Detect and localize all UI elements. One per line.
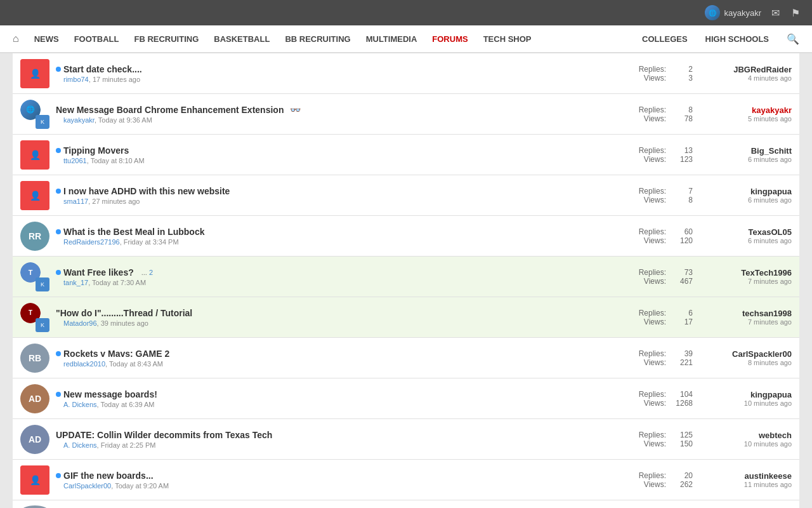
thread-title[interactable]: I now have ADHD with this new website — [63, 186, 230, 196]
thread-meta: A. Dickens, Today at 6:39 AM — [63, 401, 629, 408]
thread-stats: Replies:60 Views:120 — [629, 227, 693, 245]
nav-high-schools[interactable]: HIGH SCHOOLS — [698, 25, 776, 53]
nav-forums[interactable]: FORUMS — [424, 25, 475, 53]
thread-meta: Matador96, 39 minutes ago — [63, 319, 629, 327]
avatar: RR — [20, 222, 49, 251]
thread-meta: redblack2010, Today at 8:43 AM — [63, 360, 629, 368]
user-info: 🌐 kayakyakr — [705, 5, 761, 20]
last-poster[interactable]: TexasOL05 — [703, 227, 792, 237]
thread-meta: A. Dickens, Friday at 2:25 PM — [63, 441, 629, 449]
thread-author[interactable]: sma117 — [63, 197, 88, 205]
thread-title[interactable]: New Message Board Chrome Enhancement Ext… — [56, 105, 284, 115]
thread-stats: Replies:20 Views:262 — [629, 471, 693, 489]
thread-author[interactable]: redblack2010 — [63, 360, 105, 368]
user-avatar-icon: 🌐 — [705, 5, 720, 20]
last-poster[interactable]: austinkeese — [703, 471, 792, 481]
table-row: T K "How do I".........Thread / Tutorial… — [13, 297, 799, 338]
nav-fb-recruiting[interactable]: FB RECRUITING — [126, 25, 206, 53]
thread-last-post: CarlSpackler00 8 minutes ago — [703, 349, 792, 366]
thread-author[interactable]: RedRaiders27196 — [63, 238, 120, 246]
new-indicator — [56, 392, 61, 397]
nav-tech-shop[interactable]: TECH SHOP — [476, 25, 539, 53]
thread-last-post: webtech 10 minutes ago — [703, 431, 792, 448]
last-poster[interactable]: kayakyakr — [703, 105, 792, 115]
last-poster[interactable]: Big_Schitt — [703, 146, 792, 156]
username[interactable]: kayakyakr — [724, 8, 761, 18]
last-poster[interactable]: CarlSpackler00 — [703, 349, 792, 359]
thread-last-post: JBGRedRaider 4 minutes ago — [703, 65, 792, 82]
thread-author[interactable]: A. Dickens — [63, 441, 97, 449]
nav-news[interactable]: NEWS — [27, 25, 67, 53]
nav-bb-recruiting[interactable]: BB RECRUITING — [277, 25, 358, 53]
last-post-time: 6 minutes ago — [703, 156, 792, 163]
table-row: 👤 Start date check.... rimbo74, 17 minut… — [13, 53, 799, 94]
thread-stats: Replies:73 Views:467 — [629, 268, 693, 286]
thread-last-post: kingpapua 10 minutes ago — [703, 390, 792, 407]
thread-pages: ... 2 — [141, 269, 153, 276]
home-button[interactable]: ⌂ — [5, 33, 27, 44]
last-post-time: 7 minutes ago — [703, 318, 792, 326]
thread-content: Want Free likes? ... 2 tank_17, Today at… — [56, 267, 629, 286]
nav-multimedia[interactable]: MULTIMEDIA — [358, 25, 425, 53]
new-indicator — [56, 67, 61, 72]
page-link[interactable]: 2 — [149, 269, 153, 276]
thread-meta: RedRaiders27196, Friday at 3:34 PM — [63, 238, 629, 246]
thread-author[interactable]: Matador96 — [63, 319, 97, 327]
last-poster[interactable]: kingpapua — [703, 187, 792, 196]
thread-meta: ttu2061, Today at 8:10 AM — [63, 157, 629, 164]
thread-author[interactable]: CarlSpackler00 — [63, 482, 111, 490]
thread-author[interactable]: tank_17 — [63, 279, 88, 286]
thread-meta: sma117, 27 minutes ago — [63, 197, 629, 205]
nav-football[interactable]: FOOTBALL — [67, 25, 127, 53]
thread-content: GIF the new boards... CarlSpackler00, To… — [56, 471, 629, 490]
nav-colleges[interactable]: COLLEGES — [634, 25, 695, 53]
last-poster[interactable]: techsan1998 — [703, 309, 792, 318]
thread-title[interactable]: UPDATE: Collin Wilder decommits from Tex… — [56, 430, 272, 440]
last-post-time: 10 minutes ago — [703, 399, 792, 407]
thread-title[interactable]: Want Free likes? — [63, 267, 134, 277]
thread-title[interactable]: Rockets v Mavs: GAME 2 — [63, 349, 169, 359]
flag-icon[interactable]: ⚑ — [789, 6, 802, 19]
last-post-time: 6 minutes ago — [703, 196, 792, 204]
thread-title[interactable]: Tipping Movers — [63, 145, 129, 156]
thread-stats: Replies:125 Views:150 — [629, 431, 693, 448]
thread-last-post: kayakyakr 5 minutes ago — [703, 105, 792, 123]
last-post-time: 5 minutes ago — [703, 115, 792, 123]
table-row: 👤 Tipping Movers ttu2061, Today at 8:10 … — [13, 135, 799, 175]
thread-stats: Replies:2 Views:3 — [629, 65, 693, 83]
thread-title[interactable]: What is the Best Meal in Lubbock — [63, 227, 204, 237]
thread-stats: Replies:39 Views:221 — [629, 349, 693, 367]
new-indicator — [56, 189, 61, 194]
last-post-time: 8 minutes ago — [703, 359, 792, 366]
avatar: 🌐 K — [20, 100, 49, 129]
last-poster[interactable]: JBGRedRaider — [703, 65, 792, 74]
thread-author[interactable]: rimbo74 — [63, 76, 89, 83]
last-poster[interactable]: kingpapua — [703, 390, 792, 399]
thread-last-post: austinkeese 11 minutes ago — [703, 471, 792, 488]
thread-last-post: kingpapua 6 minutes ago — [703, 187, 792, 204]
last-poster[interactable]: webtech — [703, 431, 792, 440]
nav-bar: ⌂ NEWS FOOTBALL FB RECRUITING BASKETBALL… — [0, 25, 812, 53]
thread-content: New Message Board Chrome Enhancement Ext… — [56, 105, 629, 124]
thread-title[interactable]: Start date check.... — [63, 64, 142, 74]
thread-title[interactable]: "How do I".........Thread / Tutorial — [56, 308, 192, 318]
table-row: T K Want Free likes? ... 2 tank_17, Toda… — [13, 257, 799, 297]
search-icon[interactable]: 🔍 — [779, 33, 807, 45]
nav-basketball[interactable]: BASKETBALL — [206, 25, 277, 53]
thread-author[interactable]: kayakyakr — [63, 116, 95, 124]
thread-author[interactable]: ttu2061 — [63, 157, 87, 164]
last-poster[interactable]: TexTech1996 — [703, 268, 792, 277]
thread-last-post: techsan1998 7 minutes ago — [703, 309, 792, 326]
avatar: 👤 — [20, 465, 49, 495]
thread-title[interactable]: GIF the new boards... — [63, 471, 154, 481]
thread-meta: kayakyakr, Today at 9:36 AM — [63, 116, 629, 124]
table-row: 👤 GIF the new boards... CarlSpackler00, … — [13, 460, 799, 500]
new-indicator — [56, 148, 61, 153]
table-row: AD UPDATE: Collin Wilder decommits from … — [13, 419, 799, 460]
avatar: T K — [20, 303, 49, 332]
thread-title[interactable]: New message boards! — [63, 389, 157, 399]
thread-meta: rimbo74, 17 minutes ago — [63, 76, 629, 83]
thread-author[interactable]: A. Dickens — [63, 401, 97, 408]
thread-content: New message boards! A. Dickens, Today at… — [56, 389, 629, 408]
mail-icon[interactable]: ✉ — [769, 6, 782, 19]
